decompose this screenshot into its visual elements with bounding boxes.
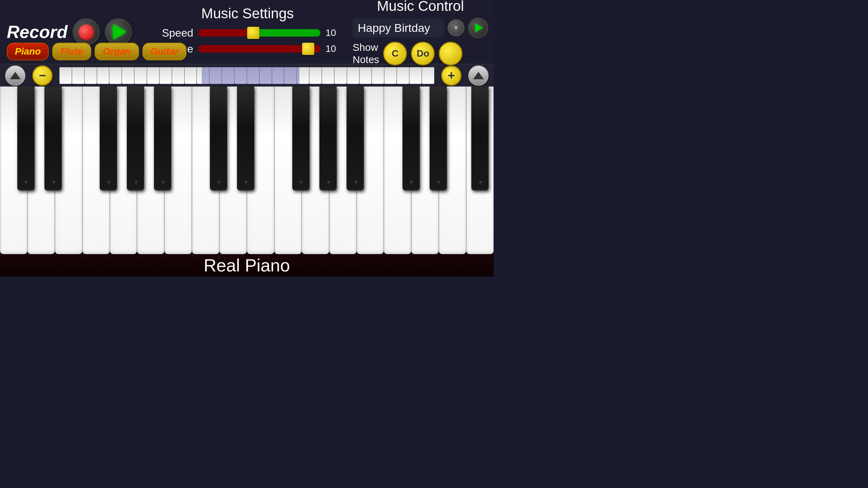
note-c-label: C xyxy=(392,48,398,59)
bottom-bar: Real Piano xyxy=(0,254,494,277)
black-key-as1[interactable] xyxy=(154,86,171,190)
black-key-cs1[interactable] xyxy=(17,86,35,190)
black-key-ds2[interactable] xyxy=(237,86,254,190)
note-gold-button[interactable] xyxy=(439,42,462,65)
mini-white-key[interactable] xyxy=(59,67,72,84)
mini-white-key[interactable] xyxy=(134,67,147,84)
black-key-fs3[interactable] xyxy=(471,86,489,190)
black-key-gs1[interactable] xyxy=(127,86,144,190)
speed-label: Speed xyxy=(149,27,193,39)
notes-row: ShowNotes C Do xyxy=(353,41,488,66)
mini-white-key[interactable] xyxy=(172,67,184,84)
black-key-fs1[interactable] xyxy=(100,86,117,190)
song-name: Happy Birtday xyxy=(353,19,444,37)
speed-slider-row: Speed 10 xyxy=(149,27,346,39)
mini-white-key[interactable] xyxy=(422,67,434,84)
mini-white-key[interactable] xyxy=(122,67,134,84)
black-key-cs2[interactable] xyxy=(210,86,227,190)
mini-white-key[interactable] xyxy=(322,67,334,84)
black-key-as2[interactable] xyxy=(347,86,364,190)
mini-white-key[interactable] xyxy=(359,67,372,84)
record-label: Record xyxy=(7,22,67,42)
song-play-icon xyxy=(475,23,483,33)
speed-thumb[interactable] xyxy=(247,27,259,39)
mini-white-key[interactable] xyxy=(384,67,397,84)
music-control-title: Music Control xyxy=(353,0,488,14)
mini-white-key[interactable] xyxy=(72,67,84,84)
mini-white-key[interactable] xyxy=(84,67,97,84)
instrument-buttons: Piano Flute Organ Guitar xyxy=(7,43,186,60)
mini-highlight xyxy=(202,67,299,84)
volume-thumb[interactable] xyxy=(302,43,314,55)
mini-white-key[interactable] xyxy=(159,67,172,84)
mini-white-key[interactable] xyxy=(372,67,384,84)
mini-white-key[interactable] xyxy=(184,67,197,84)
music-settings-title: Music Settings xyxy=(201,5,294,22)
white-keys xyxy=(0,86,494,254)
mini-white-key[interactable] xyxy=(97,67,110,84)
black-key-ds3[interactable] xyxy=(430,86,447,190)
speed-slider[interactable] xyxy=(198,29,320,37)
guitar-button[interactable]: Guitar xyxy=(142,43,186,60)
note-do-button[interactable]: Do xyxy=(411,42,435,65)
up-arrow-right-icon xyxy=(473,72,484,79)
black-key-fs2[interactable] xyxy=(292,86,310,190)
mini-white-key[interactable] xyxy=(309,67,322,84)
note-c-button[interactable]: C xyxy=(383,42,407,65)
record-icon xyxy=(79,24,94,40)
mini-white-key[interactable] xyxy=(397,67,409,84)
organ-button[interactable]: Organ xyxy=(95,43,139,60)
mini-white-key[interactable] xyxy=(334,67,347,84)
black-key-gs2[interactable] xyxy=(319,86,337,190)
play-record-button[interactable] xyxy=(105,18,132,45)
song-play-button[interactable] xyxy=(468,18,488,38)
play-icon xyxy=(113,24,126,39)
mini-white-key[interactable] xyxy=(147,67,159,84)
piano-nav: − xyxy=(0,64,494,86)
mini-white-key[interactable] xyxy=(109,67,122,84)
flute-button[interactable]: Flute xyxy=(52,43,91,60)
black-key-cs3[interactable] xyxy=(402,86,420,190)
nav-up-left-button[interactable] xyxy=(5,65,25,86)
app-title: Real Piano xyxy=(204,255,290,276)
mini-keyboard[interactable] xyxy=(59,67,434,84)
header: Record Music Settings Speed 10 Volume 10 xyxy=(0,0,494,64)
minus-button[interactable]: − xyxy=(32,65,53,86)
piano-button[interactable]: Piano xyxy=(7,43,49,60)
volume-value: 10 xyxy=(326,43,346,54)
record-section: Record xyxy=(7,18,149,45)
black-key-ds1[interactable] xyxy=(44,86,62,190)
note-do-label: Do xyxy=(417,48,429,59)
mini-white-key[interactable] xyxy=(347,67,359,84)
speed-value: 10 xyxy=(326,27,346,38)
music-settings-section: Music Settings Speed 10 Volume 10 Piano … xyxy=(149,2,346,62)
show-notes-label: ShowNotes xyxy=(353,41,379,66)
music-control-section: Music Control Happy Birtday ShowNotes C … xyxy=(346,0,494,69)
volume-slider[interactable] xyxy=(198,45,320,53)
up-arrow-left-icon xyxy=(10,72,21,79)
record-button[interactable] xyxy=(73,18,100,45)
song-dropdown-button[interactable] xyxy=(448,19,465,36)
mini-white-key[interactable] xyxy=(409,67,422,84)
song-row: Happy Birtday xyxy=(353,18,488,38)
main-piano xyxy=(0,86,494,254)
